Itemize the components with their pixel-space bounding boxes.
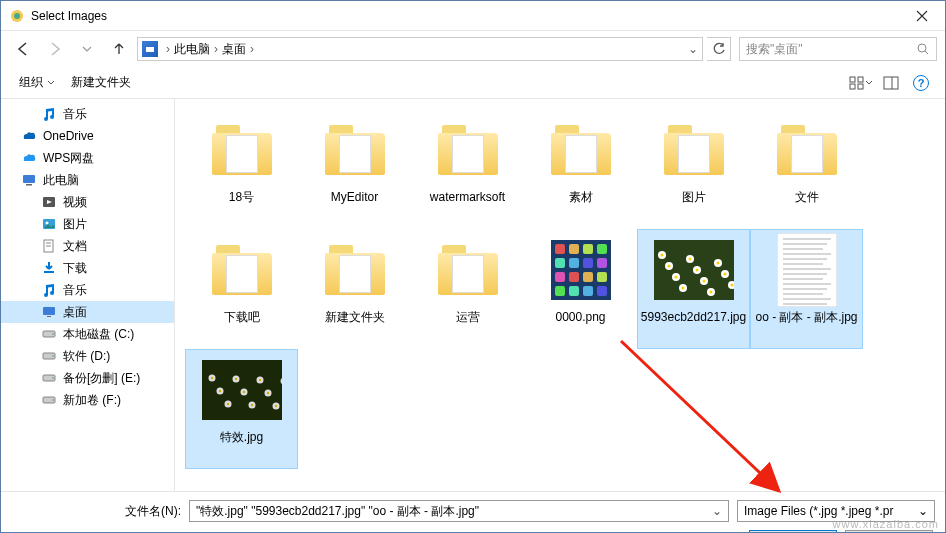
preview-pane-button[interactable]: [877, 71, 905, 95]
back-button[interactable]: [9, 35, 37, 63]
svg-rect-10: [23, 175, 35, 183]
svg-point-96: [242, 391, 244, 393]
sidebar-item-wps[interactable]: WPS网盘: [1, 147, 174, 169]
forward-button[interactable]: [41, 35, 69, 63]
image-item[interactable]: 特效.jpg: [185, 349, 298, 469]
item-label: 文件: [795, 190, 819, 204]
folder-item[interactable]: 新建文件夹: [298, 229, 411, 349]
folder-item[interactable]: 文件: [750, 109, 863, 229]
view-icons-button[interactable]: [847, 71, 875, 95]
sidebar-item-music[interactable]: 音乐: [1, 279, 174, 301]
image-item[interactable]: 5993ecb2dd217.jpg: [637, 229, 750, 349]
close-button[interactable]: [899, 1, 945, 31]
svg-point-92: [226, 403, 228, 405]
chevron-down-icon[interactable]: ⌄: [688, 42, 698, 56]
svg-rect-41: [597, 272, 607, 282]
chevron-down-icon[interactable]: ⌄: [712, 504, 722, 518]
downloads-icon: [41, 260, 57, 276]
svg-rect-32: [583, 244, 593, 254]
up-button[interactable]: [105, 35, 133, 63]
sidebar-item-video[interactable]: 视频: [1, 191, 174, 213]
filename-label: 文件名(N):: [11, 503, 181, 520]
item-label: oo - 副本 - 副本.jpg: [755, 310, 857, 324]
titlebar: Select Images: [1, 1, 945, 31]
chevron-right-icon: ›: [162, 42, 174, 56]
sidebar-item-drive[interactable]: 本地磁盘 (C:): [1, 323, 174, 345]
thumbnail: [202, 114, 282, 186]
recent-dropdown[interactable]: [73, 35, 101, 63]
svg-point-26: [52, 377, 54, 379]
sidebar-item-onedrive[interactable]: OneDrive: [1, 125, 174, 147]
svg-point-102: [266, 392, 268, 394]
app-icon: [9, 8, 25, 24]
onedrive-icon: [21, 128, 37, 144]
sidebar-item-desktop[interactable]: 桌面: [1, 301, 174, 323]
new-folder-button[interactable]: 新建文件夹: [63, 70, 139, 95]
sidebar-item-music[interactable]: 音乐: [1, 103, 174, 125]
sidebar-item-label: 视频: [63, 194, 87, 211]
svg-point-68: [730, 284, 733, 287]
item-label: 素材: [569, 190, 593, 204]
sidebar-item-label: 备份[勿删] (E:): [63, 370, 140, 387]
folder-item[interactable]: 运营: [411, 229, 524, 349]
sidebar-item-label: 此电脑: [43, 172, 79, 189]
folder-item[interactable]: 下载吧: [185, 229, 298, 349]
svg-rect-11: [26, 184, 32, 186]
breadcrumb-segment[interactable]: 桌面: [222, 41, 246, 58]
svg-point-62: [709, 291, 712, 294]
sidebar-item-documents[interactable]: 文档: [1, 235, 174, 257]
breadcrumb[interactable]: › 此电脑 › 桌面 › ⌄: [137, 37, 703, 61]
thumbnail: [767, 234, 847, 306]
filename-input[interactable]: "特效.jpg" "5993ecb2dd217.jpg" "oo - 副本 - …: [189, 500, 729, 522]
folder-item[interactable]: MyEditor: [298, 109, 411, 229]
organize-button[interactable]: 组织: [11, 70, 63, 95]
footer: 文件名(N): "特效.jpg" "5993ecb2dd217.jpg" "oo…: [1, 491, 945, 533]
svg-rect-31: [569, 244, 579, 254]
sidebar-item-drive[interactable]: 软件 (D:): [1, 345, 174, 367]
svg-point-98: [250, 404, 252, 406]
svg-rect-30: [555, 244, 565, 254]
item-label: 图片: [682, 190, 706, 204]
sidebar-item-pc[interactable]: 此电脑: [1, 169, 174, 191]
sidebar-item-label: 软件 (D:): [63, 348, 110, 365]
thumbnail: [654, 114, 734, 186]
folder-item[interactable]: 18号: [185, 109, 298, 229]
svg-point-56: [688, 258, 691, 261]
svg-rect-39: [569, 272, 579, 282]
folder-item[interactable]: 素材: [524, 109, 637, 229]
location-icon: [142, 41, 158, 57]
sidebar-item-drive[interactable]: 备份[勿删] (E:): [1, 367, 174, 389]
sidebar-item-downloads[interactable]: 下载: [1, 257, 174, 279]
image-item[interactable]: 0000.png: [524, 229, 637, 349]
thumbnail: [315, 114, 395, 186]
svg-rect-33: [597, 244, 607, 254]
sidebar-item-drive[interactable]: 新加卷 (F:): [1, 389, 174, 411]
svg-point-94: [234, 378, 236, 380]
item-label: 下载吧: [224, 310, 260, 324]
help-button[interactable]: ?: [907, 71, 935, 95]
drive-icon: [41, 370, 57, 386]
refresh-button[interactable]: [707, 37, 731, 61]
item-label: 运营: [456, 310, 480, 324]
chevron-down-icon[interactable]: ⌄: [918, 504, 928, 518]
search-input[interactable]: 搜索"桌面": [739, 37, 937, 61]
documents-icon: [41, 238, 57, 254]
folder-item[interactable]: watermarksoft: [411, 109, 524, 229]
file-type-filter[interactable]: Image Files (*.jpg *.jpeg *.pr ⌄: [737, 500, 935, 522]
svg-point-100: [258, 379, 260, 381]
image-item[interactable]: oo - 副本 - 副本.jpg: [750, 229, 863, 349]
file-list[interactable]: 18号MyEditorwatermarksoft素材图片文件下载吧新建文件夹运营…: [175, 99, 945, 491]
breadcrumb-segment[interactable]: 此电脑: [174, 41, 210, 58]
folder-item[interactable]: 图片: [637, 109, 750, 229]
sidebar-item-pictures[interactable]: 图片: [1, 213, 174, 235]
svg-point-24: [52, 355, 54, 357]
thumbnail: [541, 114, 621, 186]
svg-rect-40: [583, 272, 593, 282]
wps-icon: [21, 150, 37, 166]
svg-rect-6: [850, 84, 855, 89]
svg-point-66: [723, 273, 726, 276]
svg-point-50: [667, 265, 670, 268]
svg-rect-45: [597, 286, 607, 296]
svg-rect-2: [146, 47, 154, 52]
svg-point-3: [918, 44, 926, 52]
